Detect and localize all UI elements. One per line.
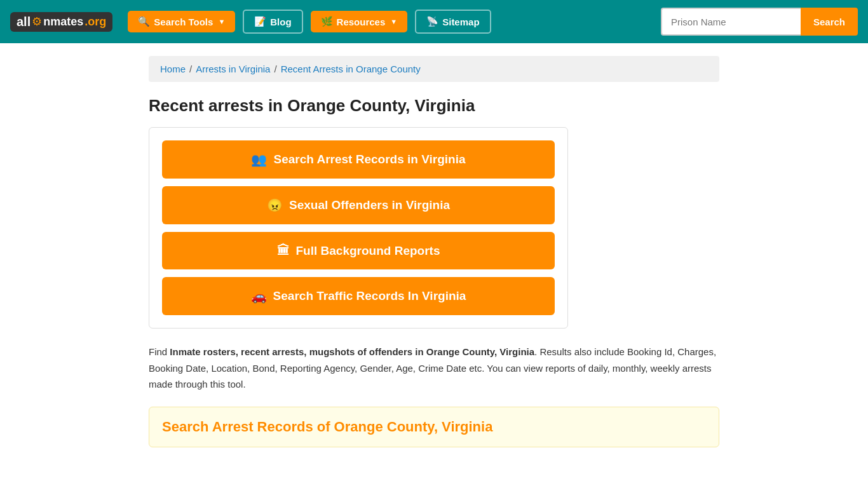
breadcrumb-home[interactable]: Home [160,64,186,74]
page-title: Recent arrests in Orange County, Virgini… [149,96,719,116]
prison-search-area: Search [661,8,858,36]
description-paragraph: Find Inmate rosters, recent arrests, mug… [149,344,719,393]
resources-label: Resources [337,17,386,27]
search-arrest-records-button[interactable]: 👥 Search Arrest Records in Virginia [162,140,555,179]
chevron-down-icon: ▼ [218,18,225,25]
logo-all-text: all [17,15,31,29]
sexual-offenders-label: Sexual Offenders in Virginia [289,198,450,212]
navbar: all ⚙ nmates .org 🔍 Search Tools ▼ 📝 Blo… [0,0,868,43]
people-icon: 👥 [251,152,267,167]
offender-icon: 😠 [267,198,283,213]
traffic-records-button[interactable]: 🚗 Search Traffic Records In Virginia [162,277,555,315]
traffic-records-label: Search Traffic Records In Virginia [273,289,466,303]
logo[interactable]: all ⚙ nmates .org [10,12,112,32]
chevron-down-icon: ▼ [390,18,397,25]
sexual-offenders-button[interactable]: 😠 Sexual Offenders in Virginia [162,186,555,224]
resources-button[interactable]: 🌿 Resources ▼ [311,11,408,32]
blog-icon: 📝 [254,16,266,27]
search-tools-icon: 🔍 [138,16,150,27]
prison-search-input[interactable] [661,8,801,36]
main-content: Home / Arrests in Virginia / Recent Arre… [139,43,729,460]
prison-search-button[interactable]: Search [801,8,858,36]
background-reports-button[interactable]: 🏛 Full Background Reports [162,232,555,269]
breadcrumb: Home / Arrests in Virginia / Recent Arre… [160,64,708,74]
blog-button[interactable]: 📝 Blog [243,10,302,34]
sitemap-icon: 📡 [426,16,438,27]
background-reports-label: Full Background Reports [296,244,440,258]
search-records-title: Search Arrest Records of Orange County, … [162,419,706,435]
breadcrumb-arrests-va[interactable]: Arrests in Virginia [196,64,270,74]
search-tools-button[interactable]: 🔍 Search Tools ▼ [128,11,235,32]
resources-icon: 🌿 [321,16,333,27]
search-tools-label: Search Tools [154,17,213,27]
description-prefix: Find [149,346,170,357]
logo-org-text: .org [85,15,106,29]
action-buttons-box: 👥 Search Arrest Records in Virginia 😠 Se… [149,127,568,329]
logo-gear-icon: ⚙ [32,15,42,29]
breadcrumb-container: Home / Arrests in Virginia / Recent Arre… [149,56,719,82]
search-records-section: Search Arrest Records of Orange County, … [149,407,719,447]
description-bold: Inmate rosters, recent arrests, mugshots… [170,346,534,357]
car-icon: 🚗 [251,288,267,304]
search-button-label: Search [813,17,845,27]
logo-inmates-text: nmates [43,15,83,29]
blog-label: Blog [270,17,291,27]
arrest-records-label: Search Arrest Records in Virginia [273,152,465,166]
sitemap-button[interactable]: 📡 Sitemap [415,10,491,34]
breadcrumb-current: Recent Arrests in Orange County [281,64,421,74]
breadcrumb-sep-2: / [274,64,276,74]
sitemap-label: Sitemap [442,17,479,27]
breadcrumb-sep-1: / [189,64,192,74]
building-icon: 🏛 [277,243,290,258]
